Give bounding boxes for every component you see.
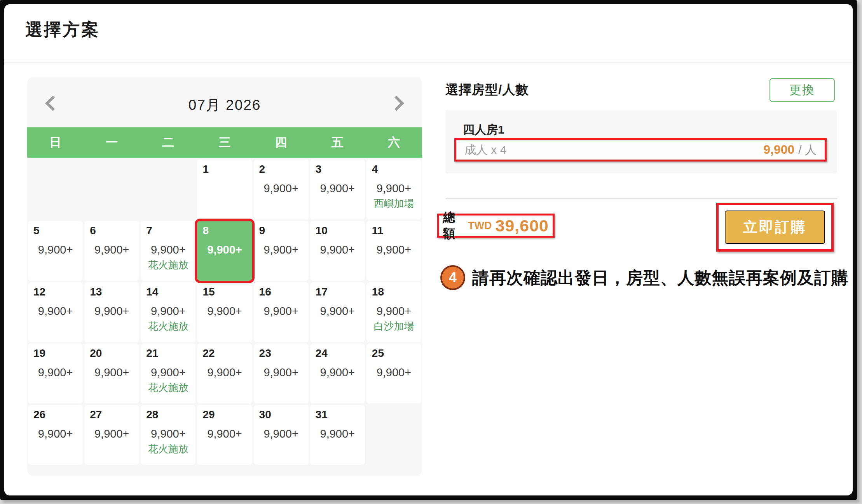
calendar-day-cell[interactable]: 109,900+ (310, 221, 365, 281)
calendar-day-cell[interactable]: 99,900+ (254, 221, 309, 281)
day-price: 9,900+ (254, 428, 309, 440)
day-price: 9,900+ (197, 428, 252, 440)
day-price: 9,900+ (197, 243, 252, 256)
day-note: 白沙加場 (366, 320, 421, 333)
calendar-day-cell[interactable]: 249,900+ (310, 344, 365, 403)
calendar-day-cell[interactable]: 229,900+ (197, 344, 252, 403)
calendar-day-cell[interactable]: 219,900+花火施放 (141, 344, 195, 403)
screenshot-frame: 選擇方案 07月 2026 日一二三四五六 129,900+39,900+49,… (0, 0, 857, 500)
total-label: 總額 (443, 209, 464, 242)
calendar-day-cell[interactable]: 159,900+ (197, 282, 252, 342)
day-price: 9,900+ (84, 305, 139, 318)
day-price: 9,900+ (28, 305, 83, 318)
day-price: 9,900+ (366, 305, 421, 318)
weekday-label: 五 (309, 127, 366, 158)
change-room-button[interactable]: 更換 (770, 78, 835, 102)
calendar-day-cell[interactable]: 189,900+白沙加場 (366, 282, 421, 342)
calendar-day-cell[interactable]: 289,900+花火施放 (141, 405, 195, 465)
weekday-label: 日 (27, 127, 84, 158)
page-title: 選擇方案 (25, 18, 100, 41)
day-price: 9,900+ (141, 428, 195, 440)
calendar-day-cell[interactable]: 129,900+ (28, 282, 83, 342)
day-number: 1 (202, 163, 209, 176)
calendar-day-cell[interactable]: 1 (197, 160, 252, 219)
day-price: 9,900+ (254, 182, 309, 195)
day-note: 西嶼加場 (366, 197, 421, 210)
calendar-day-cell[interactable]: 179,900+ (310, 282, 365, 342)
section-divider (445, 198, 838, 199)
calendar-day-cell[interactable]: 119,900+ (366, 221, 421, 281)
calendar-day-cell[interactable]: 209,900+ (84, 344, 139, 403)
weekday-label: 三 (196, 127, 253, 158)
total-currency: TWD (468, 220, 492, 232)
day-price: 9,900+ (254, 366, 309, 379)
calendar-day-cell[interactable]: 259,900+ (366, 344, 421, 403)
calendar-day-cell[interactable]: 39,900+ (310, 160, 365, 219)
day-note: 花火施放 (141, 320, 195, 333)
calendar-day-cell[interactable]: 199,900+ (28, 344, 83, 403)
room-card: 四人房1 成人 x 4 9,900 / 人 (445, 110, 837, 174)
order-now-button[interactable]: 立即訂購 (725, 210, 825, 244)
day-number: 18 (372, 286, 384, 298)
day-number: 24 (316, 347, 328, 360)
weekday-label: 二 (140, 127, 196, 158)
calendar-day-cell[interactable]: 29,900+ (254, 160, 309, 219)
calendar-day-cell[interactable]: 169,900+ (254, 282, 309, 342)
day-price: 9,900+ (84, 428, 139, 440)
day-number: 10 (316, 224, 328, 237)
day-number: 17 (316, 286, 328, 298)
total-annotation: 總額 TWD 39,600 (437, 214, 555, 238)
day-number: 5 (33, 224, 40, 237)
day-price: 9,900+ (28, 366, 83, 379)
calendar-day-cell[interactable]: 269,900+ (28, 405, 83, 465)
step-note-text: 請再次確認出發日，房型、人數無誤再案例及訂購 (472, 267, 848, 289)
day-number: 26 (33, 408, 45, 421)
total-amount: 39,600 (495, 216, 549, 235)
day-price: 9,900+ (254, 305, 309, 318)
calendar-day-cell[interactable]: 49,900+西嶼加場 (366, 160, 421, 219)
day-number: 13 (90, 286, 102, 298)
calendar-day-cell[interactable]: 69,900+ (84, 221, 139, 281)
calendar-empty-cell (366, 405, 421, 465)
day-number: 6 (90, 224, 96, 237)
day-number: 9 (259, 224, 265, 237)
day-price: 9,900+ (310, 305, 365, 318)
day-price: 9,900+ (366, 243, 421, 256)
calendar-day-cell-selected[interactable]: 89,900+ (197, 221, 252, 281)
calendar-grid: 129,900+39,900+49,900+西嶼加場59,900+69,900+… (28, 160, 421, 465)
calendar-header: 07月 2026 (27, 77, 422, 127)
day-price: 9,900+ (84, 243, 139, 256)
day-number: 21 (146, 347, 158, 360)
day-price: 9,900+ (197, 305, 252, 318)
day-price: 9,900+ (28, 428, 83, 440)
weekday-label: 六 (366, 127, 422, 158)
occupant-row[interactable]: 成人 x 4 9,900 / 人 (456, 140, 825, 160)
calendar-day-cell[interactable]: 139,900+ (84, 282, 139, 342)
day-number: 15 (202, 286, 215, 298)
calendar-day-cell[interactable]: 79,900+花火施放 (141, 221, 195, 281)
day-number: 16 (259, 286, 271, 298)
weekday-label: 一 (84, 127, 140, 158)
calendar-day-cell[interactable]: 319,900+ (310, 405, 365, 465)
day-price: 9,900+ (366, 182, 421, 195)
calendar-day-cell[interactable]: 279,900+ (84, 405, 139, 465)
day-price: 9,900+ (310, 428, 365, 440)
calendar-day-cell[interactable]: 299,900+ (197, 405, 252, 465)
calendar-panel: 07月 2026 日一二三四五六 129,900+39,900+49,900+西… (27, 77, 422, 476)
day-price: 9,900+ (366, 366, 421, 379)
day-number: 30 (259, 408, 271, 421)
room-section-title: 選擇房型/人數 (445, 81, 529, 99)
day-number: 20 (90, 347, 102, 360)
calendar-day-cell[interactable]: 309,900+ (254, 405, 309, 465)
day-number: 11 (372, 224, 384, 237)
day-price: 9,900+ (141, 305, 195, 318)
calendar-month-label: 07月 2026 (27, 96, 422, 115)
day-note: 花火施放 (141, 381, 195, 395)
calendar-day-cell[interactable]: 149,900+花火施放 (141, 282, 195, 342)
header-divider (4, 62, 853, 63)
calendar-day-cell[interactable]: 59,900+ (28, 221, 83, 281)
day-number: 2 (259, 163, 265, 176)
day-price: 9,900+ (310, 182, 365, 195)
calendar-day-cell[interactable]: 239,900+ (254, 344, 309, 403)
day-number: 7 (146, 224, 152, 237)
